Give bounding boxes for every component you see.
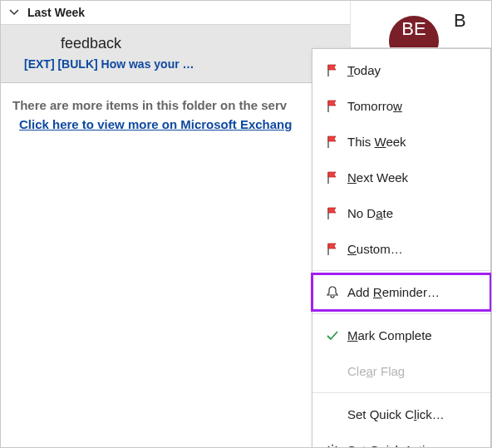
menu-next-week[interactable]: Next Week xyxy=(312,160,490,195)
menu-no-date[interactable]: No Date xyxy=(312,195,490,231)
group-header-label: Last Week xyxy=(27,6,85,19)
menu-add-reminder[interactable]: Add Reminder… xyxy=(312,274,490,310)
flag-icon xyxy=(321,170,344,185)
avatar[interactable]: BE xyxy=(389,16,439,48)
menu-custom-label: Custom… xyxy=(347,242,403,256)
menu-mark-complete-label: Mark Complete xyxy=(347,328,432,342)
menu-this-week-label: This Week xyxy=(347,135,406,149)
menu-this-week[interactable]: This Week xyxy=(312,124,490,160)
menu-quick-click-label: Set Quick Click… xyxy=(347,407,445,421)
svg-line-8 xyxy=(336,446,337,447)
avatar-side-letter: B xyxy=(454,10,466,32)
flag-context-menu: Today Tomorrow This Week Next Week No Da… xyxy=(312,48,491,448)
menu-tomorrow[interactable]: Tomorrow xyxy=(312,88,490,124)
chevron-down-icon xyxy=(9,7,19,17)
menu-separator xyxy=(312,392,490,393)
flag-icon xyxy=(321,206,344,221)
menu-quick-actions-label: Set Quick Actions… xyxy=(347,443,458,448)
menu-tomorrow-label: Tomorrow xyxy=(347,99,402,113)
svg-line-5 xyxy=(328,446,330,447)
gear-icon xyxy=(321,443,344,449)
flag-icon xyxy=(321,242,344,257)
menu-no-date-label: No Date xyxy=(347,206,393,220)
flag-icon xyxy=(321,135,344,150)
menu-next-week-label: Next Week xyxy=(347,170,408,185)
menu-set-quick-actions[interactable]: Set Quick Actions… xyxy=(312,432,490,448)
menu-mark-complete[interactable]: Mark Complete xyxy=(312,318,490,353)
menu-separator xyxy=(312,313,490,314)
menu-set-quick-click[interactable]: Set Quick Click… xyxy=(312,396,490,432)
flag-icon xyxy=(321,63,344,78)
menu-clear-flag: Clear Flag xyxy=(312,353,490,389)
menu-clear-flag-label: Clear Flag xyxy=(347,364,405,378)
menu-separator xyxy=(312,270,490,271)
menu-add-reminder-label: Add Reminder… xyxy=(347,285,440,299)
menu-today[interactable]: Today xyxy=(312,52,490,88)
message-preview: [EXT] [BULK] How was your … xyxy=(24,57,194,71)
bell-icon xyxy=(321,285,344,300)
menu-custom[interactable]: Custom… xyxy=(312,231,490,267)
flag-icon xyxy=(321,99,344,114)
avatar-area: BE B xyxy=(350,1,491,48)
check-icon xyxy=(321,328,344,343)
avatar-initials: BE xyxy=(401,18,426,40)
menu-today-label: Today xyxy=(347,63,381,77)
